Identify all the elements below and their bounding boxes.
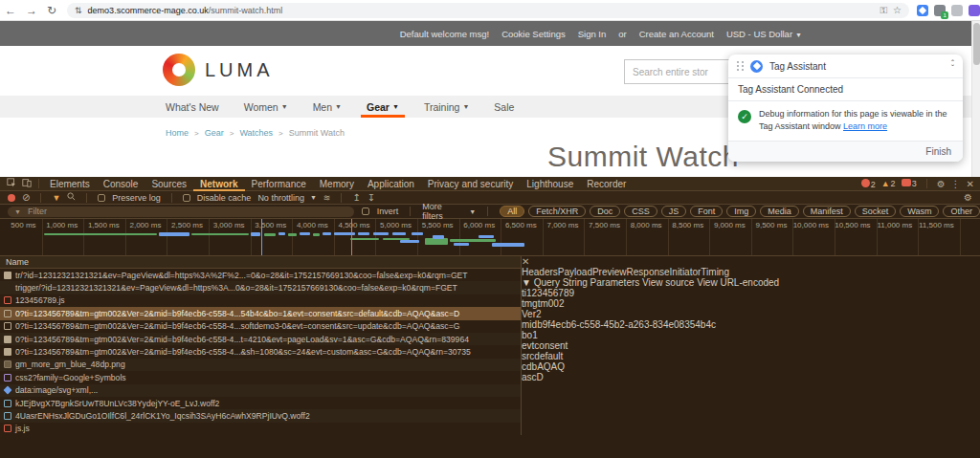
network-overview-timeline[interactable]: 500 ms1,000 ms1,500 ms2,000 ms2,500 ms3,… <box>0 219 980 256</box>
tab-performance[interactable]: Performance <box>245 177 313 191</box>
network-request-row[interactable]: 4UasrENHsxJlGDuGo1OIlfC6l_24rlCK1Yo_Iqcs… <box>0 409 521 422</box>
bookmark-star-icon[interactable]: ☆ <box>893 5 902 15</box>
filter-toggle-icon[interactable]: ▼ <box>52 193 60 203</box>
filter-chip-font[interactable]: Font <box>690 206 723 217</box>
finish-button[interactable]: Finish <box>925 146 951 157</box>
filter-chip-other[interactable]: Other <box>943 206 980 217</box>
details-tab-payload[interactable]: Payload <box>558 267 592 277</box>
network-request-row[interactable]: 0?ti=123456789&tm=gtm002&Ver=2&mid=b9f4e… <box>0 333 521 345</box>
currency-switcher[interactable]: USD - US Dollar▼ <box>726 29 802 39</box>
details-tab-preview[interactable]: Preview <box>592 267 627 277</box>
tab-sources[interactable]: Sources <box>145 177 193 191</box>
nav-item-what-s-new[interactable]: What's New <box>166 96 219 118</box>
create-account-link[interactable]: Create an Account <box>639 29 714 39</box>
invert-checkbox[interactable] <box>362 207 369 215</box>
filter-input[interactable] <box>26 206 347 217</box>
scrollbar-thumb[interactable] <box>973 23 980 65</box>
view-url-encoded-button[interactable]: View URL-encoded <box>697 277 779 288</box>
more-filters-button[interactable]: More filters▼ <box>422 202 476 221</box>
network-request-row[interactable]: 0?ti=123456789&tm=gtm002&Ver=2&mid=b9f4e… <box>0 307 521 319</box>
forward-icon[interactable]: → <box>26 5 37 16</box>
network-conditions-icon[interactable]: ≋ <box>323 193 331 203</box>
details-tab-response[interactable]: Response <box>627 267 670 277</box>
site-info-icon[interactable]: ⇅ <box>75 6 82 15</box>
filter-chip-manifest[interactable]: Manifest <box>803 206 851 217</box>
nav-item-men[interactable]: Men▼ <box>313 96 342 118</box>
tab-application[interactable]: Application <box>361 177 421 191</box>
store-logo[interactable]: LUMA <box>163 54 274 86</box>
throttling-select[interactable]: No throttling▼ <box>257 193 316 203</box>
tab-elements[interactable]: Elements <box>43 177 97 191</box>
extension-icon-gray[interactable] <box>951 5 963 16</box>
tab-console[interactable]: Console <box>97 177 145 191</box>
tab-recorder[interactable]: Recorder <box>580 177 633 191</box>
breadcrumb-home[interactable]: Home <box>166 128 189 138</box>
import-har-icon[interactable]: ↥ <box>352 192 360 203</box>
filter-chip-all[interactable]: All <box>500 206 524 217</box>
extension-icon-badged[interactable]: 1 <box>934 5 946 16</box>
details-tab-timing[interactable]: Timing <box>701 267 729 277</box>
tab-privacy-and-security[interactable]: Privacy and security <box>421 177 520 191</box>
devtools-menu-icon[interactable]: ⋮ <box>951 179 961 189</box>
details-tab-initiator[interactable]: Initiator <box>670 267 702 277</box>
preserve-log-checkbox[interactable] <box>98 194 105 202</box>
cookie-settings-link[interactable]: Cookie Settings <box>501 29 566 39</box>
filter-chip-js[interactable]: JS <box>661 206 687 217</box>
page-scrollbar[interactable] <box>971 21 980 177</box>
network-request-row[interactable]: kJEjBvgX7BgnkSrUwT8UnLVc38YydejYY-oE_LvJ… <box>0 397 521 409</box>
search-network-icon[interactable] <box>67 192 76 203</box>
issues-badge[interactable]: 3 <box>902 179 917 188</box>
section-collapse-icon[interactable]: ▼ <box>522 277 531 288</box>
password-manager-icon[interactable]: ⚿ <box>880 5 887 16</box>
reload-icon[interactable]: ↻ <box>47 5 56 16</box>
search-input[interactable] <box>624 59 739 84</box>
network-request-row[interactable]: 123456789.js <box>0 294 521 307</box>
network-request-row[interactable]: tr/?id=12312321321321&ev=PageView&dl=htt… <box>0 269 521 281</box>
filter-chip-img[interactable]: Img <box>726 206 756 217</box>
view-source-button[interactable]: View source <box>642 277 694 288</box>
network-request-row[interactable]: data:image/svg+xml,... <box>0 384 521 397</box>
filter-chip-fetch-xhr[interactable]: Fetch/XHR <box>528 206 586 217</box>
nav-item-training[interactable]: Training▼ <box>424 96 469 118</box>
network-request-row[interactable]: trigger/?id=12312321321321&ev=PageView&d… <box>0 281 521 294</box>
tag-assistant-extension-icon[interactable] <box>917 5 928 16</box>
console-errors-badge[interactable]: 2 <box>861 179 876 189</box>
learn-more-link[interactable]: Learn more <box>843 121 887 131</box>
tab-lighthouse[interactable]: Lighthouse <box>520 177 580 191</box>
extension-icon-purple[interactable] <box>969 5 980 16</box>
network-request-row[interactable]: 0?ti=123456789&tm=gtm002&Ver=2&mid=b9f4e… <box>0 345 521 358</box>
network-request-row[interactable]: gm_more_gm_blue_48dp.png <box>0 359 521 371</box>
filter-chip-media[interactable]: Media <box>760 206 799 217</box>
network-request-row[interactable]: css2?family=Google+Symbols <box>0 371 521 383</box>
filter-chip-css[interactable]: CSS <box>624 206 657 217</box>
record-network-log-icon[interactable] <box>8 194 15 202</box>
filter-chip-doc[interactable]: Doc <box>590 206 620 217</box>
drag-handle-icon[interactable] <box>737 61 744 72</box>
breadcrumb-watches[interactable]: Watches <box>239 128 273 138</box>
devtools-close-icon[interactable]: ✕ <box>967 179 974 189</box>
name-column-header[interactable]: Name <box>0 256 521 269</box>
export-har-icon[interactable]: ↧ <box>368 192 375 203</box>
nav-item-sale[interactable]: Sale <box>494 96 514 118</box>
filter-chip-wasm[interactable]: Wasm <box>900 206 939 217</box>
network-request-row[interactable]: 0?ti=123456789&tm=gtm002&Ver=2&mid=b9f4e… <box>0 320 521 333</box>
tab-memory[interactable]: Memory <box>313 177 361 191</box>
devtools-settings-icon[interactable]: ⚙ <box>937 179 946 189</box>
device-toolbar-icon[interactable] <box>19 178 34 189</box>
address-bar[interactable]: ⇅ demo3.scommerce-mage.co.uk /summit-wat… <box>67 3 909 18</box>
breadcrumb-gear[interactable]: Gear <box>205 128 224 138</box>
clear-network-log-icon[interactable]: ⊘ <box>22 192 30 203</box>
nav-item-gear[interactable]: Gear▼ <box>367 96 399 118</box>
collapse-icon[interactable]: ˆˇ <box>951 61 954 71</box>
network-settings-icon[interactable]: ⚙ <box>964 192 980 203</box>
filter-chip-socket[interactable]: Socket <box>855 206 897 217</box>
network-request-row[interactable]: js.js <box>0 423 521 435</box>
close-details-icon[interactable]: ✕ <box>522 256 529 267</box>
console-warnings-badge[interactable]: ▲2 <box>881 179 896 188</box>
back-icon[interactable]: ← <box>5 5 16 16</box>
tab-network[interactable]: Network <box>193 177 244 191</box>
nav-item-women[interactable]: Women▼ <box>244 96 288 118</box>
disable-cache-checkbox[interactable] <box>183 194 190 202</box>
inspect-element-icon[interactable] <box>4 178 19 189</box>
details-tab-headers[interactable]: Headers <box>522 267 558 277</box>
